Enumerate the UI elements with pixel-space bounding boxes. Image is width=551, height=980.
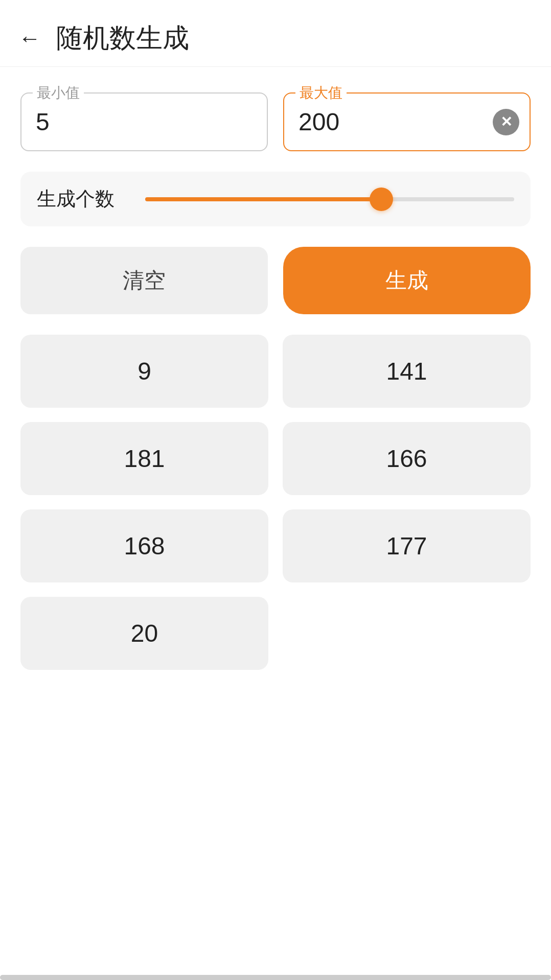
results-grid: 9 141 181 166 168 177 20 (20, 335, 531, 670)
page-title: 随机数生成 (56, 20, 189, 56)
result-card: 181 (20, 422, 268, 495)
slider-container: 生成个数 (20, 172, 531, 226)
main-content: 最小值 最大值 ✕ 生成个数 清空 生成 9 141 181 166 168 1… (0, 67, 551, 695)
result-card: 141 (283, 335, 531, 408)
generate-button[interactable]: 生成 (283, 247, 531, 314)
input-row: 最小值 最大值 ✕ (20, 92, 531, 151)
min-label: 最小值 (33, 83, 84, 103)
slider-label: 生成个数 (37, 186, 129, 212)
header: ← 随机数生成 (0, 0, 551, 67)
result-card: 166 (283, 422, 531, 495)
max-label: 最大值 (295, 83, 347, 103)
clear-button[interactable]: 清空 (20, 247, 268, 314)
back-button[interactable]: ← (18, 27, 41, 50)
result-card: 168 (20, 509, 268, 582)
result-card: 20 (20, 597, 268, 670)
result-card: 9 (20, 335, 268, 408)
max-input-group: 最大值 ✕ (283, 92, 531, 151)
bottom-indicator (0, 975, 551, 980)
close-icon: ✕ (500, 113, 512, 130)
clear-max-button[interactable]: ✕ (493, 109, 519, 135)
count-slider[interactable] (145, 197, 514, 201)
min-input-group: 最小值 (20, 92, 268, 151)
result-card: 177 (283, 509, 531, 582)
action-row: 清空 生成 (20, 247, 531, 314)
